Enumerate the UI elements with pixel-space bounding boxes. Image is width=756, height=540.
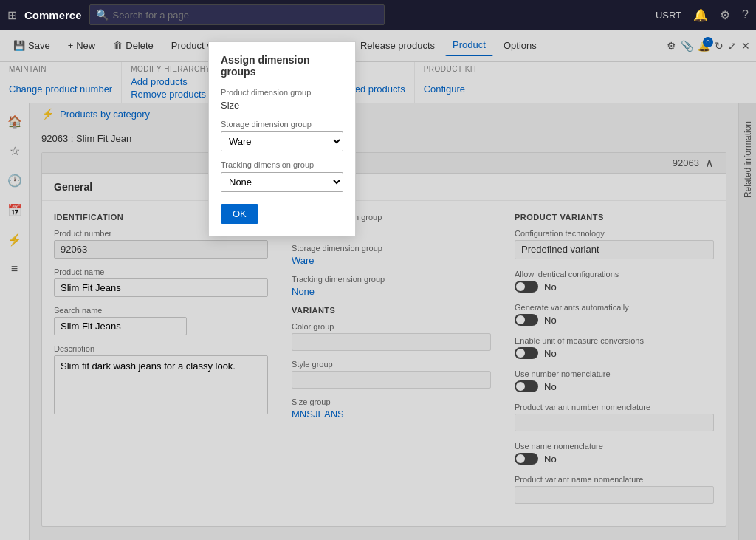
panel-storage-dim-label: Storage dimension group [221, 120, 343, 129]
search-icon: 🔍 [96, 9, 109, 21]
grid-icon[interactable]: ⊞ [7, 8, 17, 22]
top-navigation: ⊞ Commerce 🔍 USRT 🔔 ⚙ ? [0, 0, 756, 30]
search-input[interactable] [113, 10, 378, 21]
search-bar[interactable]: 🔍 [89, 4, 385, 25]
settings-icon[interactable]: ⚙ [720, 8, 730, 22]
tracking-dim-select[interactable]: None Serial Batch [221, 172, 343, 192]
assign-dimension-groups-panel: Assign dimension groups Product dimensio… [208, 41, 356, 236]
panel-tracking-dim-field: Tracking dimension group None Serial Bat… [221, 160, 343, 192]
panel-product-dim-label: Product dimension group [221, 88, 343, 97]
modal-overlay [0, 30, 756, 540]
storage-dim-select[interactable]: Ware None SiteWH [221, 131, 343, 151]
nav-right: USRT 🔔 ⚙ ? [656, 8, 749, 22]
app-title: Commerce [24, 9, 82, 21]
help-icon[interactable]: ? [742, 8, 749, 21]
panel-storage-dim-field: Storage dimension group Ware None SiteWH [221, 120, 343, 151]
ok-button[interactable]: OK [221, 204, 258, 224]
panel-title: Assign dimension groups [221, 54, 343, 78]
panel-tracking-dim-label: Tracking dimension group [221, 160, 343, 169]
user-label: USRT [656, 10, 681, 21]
bell-icon[interactable]: 🔔 [693, 8, 708, 22]
panel-product-dim-field: Product dimension group Size [221, 88, 343, 111]
panel-product-dim-value: Size [221, 100, 343, 111]
